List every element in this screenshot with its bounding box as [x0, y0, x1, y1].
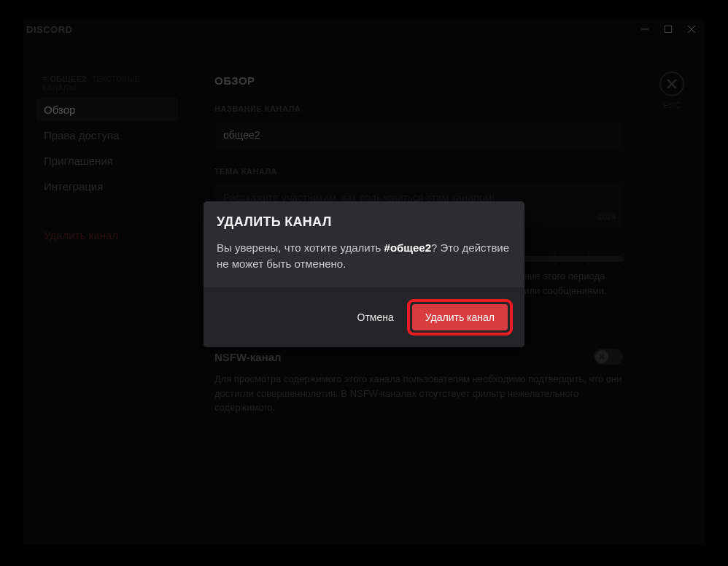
modal-text: Вы уверены, что хотите удалить #общее2? …: [217, 240, 511, 272]
modal-footer: Отмена Удалить канал: [204, 287, 524, 347]
cancel-button[interactable]: Отмена: [357, 311, 394, 323]
modal-title: УДАЛИТЬ КАНАЛ: [217, 214, 511, 230]
modal-channel-name: #общее2: [384, 241, 431, 254]
modal-overlay: УДАЛИТЬ КАНАЛ Вы уверены, что хотите уда…: [23, 19, 705, 544]
delete-channel-button[interactable]: Удалить канал: [412, 304, 508, 330]
delete-channel-modal: УДАЛИТЬ КАНАЛ Вы уверены, что хотите уда…: [204, 201, 524, 348]
delete-button-highlight: Удалить канал: [407, 299, 513, 336]
